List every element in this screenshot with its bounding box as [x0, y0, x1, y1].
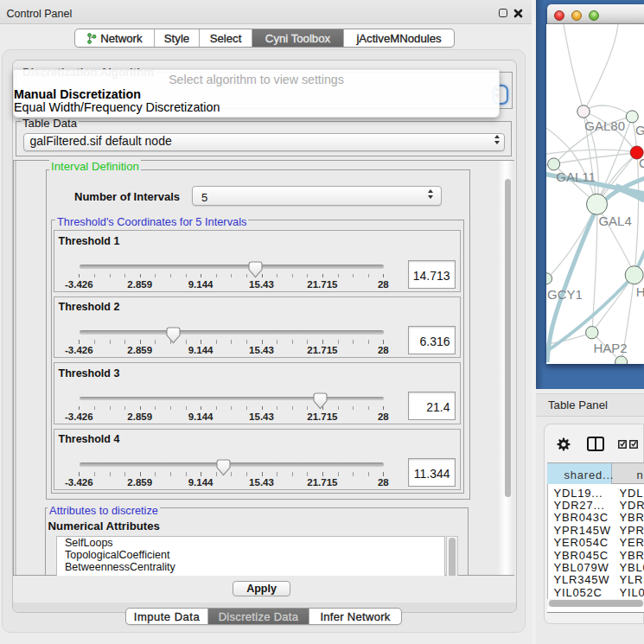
svg-text:GA: GA — [635, 123, 644, 137]
svg-text:C: C — [639, 156, 644, 170]
svg-text:HAP2: HAP2 — [593, 341, 627, 355]
svg-text:GAL4: GAL4 — [598, 214, 631, 228]
svg-text:GCY1: GCY1 — [547, 287, 583, 302]
svg-text:GAL11: GAL11 — [556, 169, 596, 184]
svg-text:GAL80: GAL80 — [584, 118, 625, 133]
svg-text:H: H — [635, 284, 644, 299]
